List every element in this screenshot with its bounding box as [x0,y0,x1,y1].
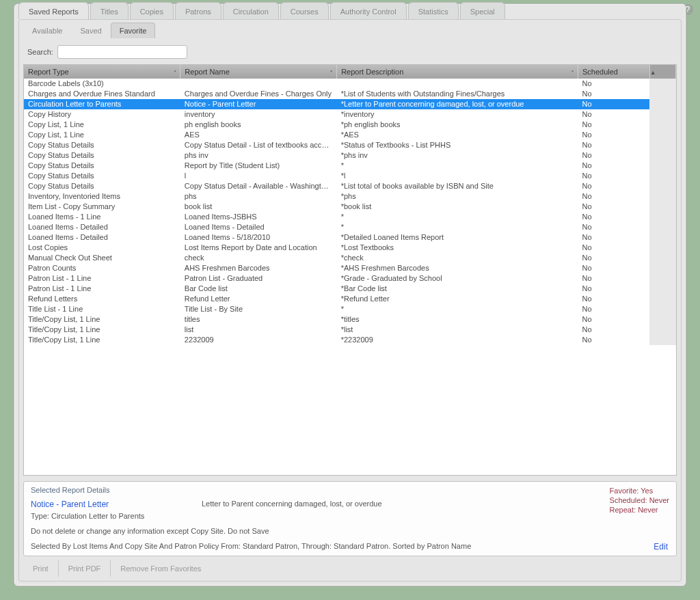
table-row[interactable]: Copy Status Detailsphs inv*phs invNo [24,150,676,161]
table-row[interactable]: Copy Status Detailsl*lNo [24,171,676,181]
table-row[interactable]: Copy Status DetailsReport by Title (Stud… [24,161,676,171]
cell-name: titles [180,314,337,325]
remove-from-favorites-button[interactable]: Remove From Favorites [111,560,211,577]
table-row[interactable]: Barcode Labels (3x10)No [24,79,676,89]
scrollbar-track[interactable] [649,99,675,109]
scrollbar-track[interactable] [649,284,675,294]
col-header-name[interactable]: Report Name▪ [180,65,337,79]
main-tab-saved-reports[interactable]: Saved Reports [18,2,89,19]
scrollbar-track[interactable] [649,130,675,140]
scrollbar-track[interactable] [649,304,675,314]
col-header-type[interactable]: Report Type▪ [24,65,180,79]
cell-type: Title/Copy List, 1 Line [24,325,180,335]
scrollbar-track[interactable] [649,273,675,284]
scrollbar-track[interactable] [649,150,675,161]
cell-desc: *Status of Textbooks - List PHHS [337,140,578,150]
table-row[interactable]: Lost CopiesLost Items Report by Date and… [24,243,676,253]
table-row[interactable]: Title/Copy List, 1 Line2232009*2232009No [24,335,676,345]
scrollbar-track[interactable] [649,325,675,335]
print-pdf-button[interactable]: Print PDF [59,560,111,577]
scroll-up-icon[interactable]: ▲ [649,65,675,79]
cell-sched: No [578,181,649,191]
report-grid[interactable]: Report Type▪ Report Name▪ Report Descrip… [23,64,677,476]
search-row: Search: [19,38,681,64]
table-row[interactable]: Manual Check Out Sheetcheck*checkNo [24,253,676,263]
sub-tab-favorite[interactable]: Favorite [111,23,156,38]
table-row[interactable]: Title List - 1 LineTitle List - By Site*… [24,304,676,314]
scrollbar-track[interactable] [649,294,675,304]
scrollbar-track[interactable] [649,171,675,181]
table-row[interactable]: Circulation Letter to ParentsNotice - Pa… [24,99,676,109]
scrollbar-track[interactable] [649,181,675,191]
cell-sched: No [578,89,649,99]
cell-name: Patron List - Graduated [180,273,337,284]
cell-type: Charges and Overdue Fines Standard [24,89,180,99]
cell-name: ph english books [180,120,337,130]
table-row[interactable]: Loaned Items - 1 LineLoaned Items-JSBHS*… [24,212,676,222]
scrollbar-track[interactable] [649,253,675,263]
main-tab-patrons[interactable]: Patrons [175,2,221,19]
cell-sched: No [578,232,649,243]
main-tab-copies[interactable]: Copies [130,2,174,19]
cell-name: phs [180,191,337,202]
table-row[interactable]: Patron List - 1 LineBar Code list*Bar Co… [24,284,676,294]
col-header-sched[interactable]: Scheduled [578,65,649,79]
table-row[interactable]: Loaned Items - DetailedLoaned Items - De… [24,222,676,232]
cell-type: Loaned Items - Detailed [24,232,180,243]
main-tab-circulation[interactable]: Circulation [223,2,279,19]
table-row[interactable]: Inventory, Inventoried Itemsphs*phsNo [24,191,676,202]
cell-sched: No [578,273,649,284]
table-row[interactable]: Item List - Copy Summarybook list*book l… [24,202,676,212]
scrollbar-track[interactable] [649,335,675,345]
main-tab-statistics[interactable]: Statistics [408,2,459,19]
col-header-desc[interactable]: Report Description▪ [337,65,578,79]
cell-name: AHS Freshmen Barcodes [180,263,337,273]
scrollbar-track[interactable] [649,161,675,171]
main-tab-titles[interactable]: Titles [90,2,129,19]
cell-name: Copy Status Detail - Available - Washing… [180,181,337,191]
main-tab-special[interactable]: Special [460,2,505,19]
scrollbar-track[interactable] [649,79,675,89]
table-row[interactable]: Copy List, 1 LineAES*AESNo [24,130,676,140]
table-row[interactable]: Copy List, 1 Lineph english books*ph eng… [24,120,676,130]
table-row[interactable]: Refund LettersRefund Letter*Refund Lette… [24,294,676,304]
scrollbar-track[interactable] [649,222,675,232]
table-row[interactable]: Charges and Overdue Fines StandardCharge… [24,89,676,99]
scrollbar-track[interactable] [649,232,675,243]
scrollbar-track[interactable] [649,109,675,120]
table-row[interactable]: Loaned Items - DetailedLoaned Items - 5/… [24,232,676,243]
table-row[interactable]: Patron CountsAHS Freshmen Barcodes*AHS F… [24,263,676,273]
scrollbar-track[interactable] [649,212,675,222]
main-tab-courses[interactable]: Courses [280,2,329,19]
cell-desc: *Letter to Parent concerning damaged, lo… [337,99,578,109]
app-frame: Saved ReportsTitlesCopiesPatronsCirculat… [14,3,686,586]
cell-sched: No [578,212,649,222]
cell-desc: *l [337,171,578,181]
cell-type: Barcode Labels (3x10) [24,79,180,89]
cell-desc: *titles [337,314,578,325]
cell-type: Item List - Copy Summary [24,202,180,212]
sub-tab-saved[interactable]: Saved [71,23,110,38]
cell-name: l [180,171,337,181]
cell-desc: *Detailed Loaned Items Report [337,232,578,243]
main-tab-authority-control[interactable]: Authority Control [330,2,407,19]
table-row[interactable]: Title/Copy List, 1 Linetitles*titlesNo [24,314,676,325]
scrollbar-track[interactable] [649,314,675,325]
scrollbar-track[interactable] [649,140,675,150]
print-button[interactable]: Print [23,560,59,577]
scrollbar-track[interactable] [649,263,675,273]
sub-tab-available[interactable]: Available [23,23,71,38]
scrollbar-track[interactable] [649,89,675,99]
edit-link[interactable]: Edit [654,542,668,551]
scrollbar-track[interactable] [649,202,675,212]
cell-sched: No [578,171,649,181]
search-input[interactable] [57,45,187,59]
table-row[interactable]: Patron List - 1 LinePatron List - Gradua… [24,273,676,284]
scrollbar-track[interactable] [649,243,675,253]
scrollbar-track[interactable] [649,120,675,130]
table-row[interactable]: Title/Copy List, 1 Linelist*listNo [24,325,676,335]
table-row[interactable]: Copy Historyinventory*inventoryNo [24,109,676,120]
scrollbar-track[interactable] [649,191,675,202]
table-row[interactable]: Copy Status DetailsCopy Status Detail - … [24,181,676,191]
table-row[interactable]: Copy Status DetailsCopy Status Detail - … [24,140,676,150]
